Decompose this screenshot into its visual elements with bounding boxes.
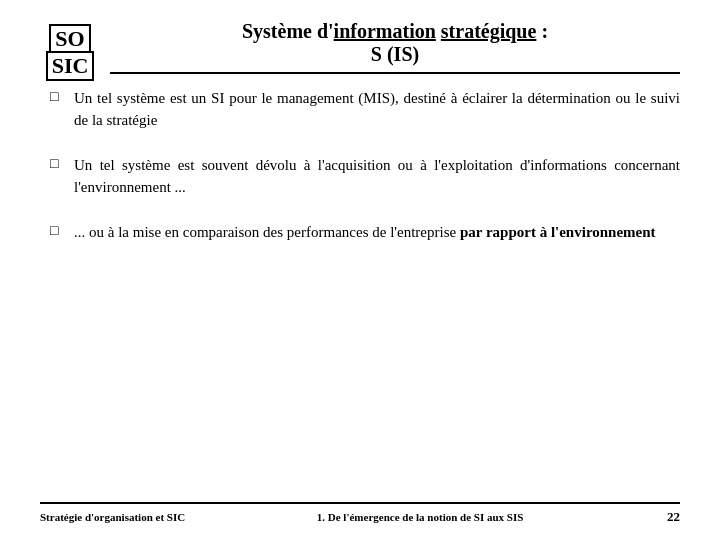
logo-sic: SIC <box>46 51 95 80</box>
bullet-marker-1: □ <box>50 89 64 105</box>
slide-content: □ Un tel système est un SI pour le manag… <box>40 87 680 502</box>
title-line1: Système d'information stratégique : <box>110 20 680 43</box>
bullet-item-2: □ Un tel système est souvent dévolu à l'… <box>50 154 680 199</box>
bullet-marker-2: □ <box>50 156 64 172</box>
slide-footer: Stratégie d'organisation et SIC 1. De l'… <box>40 502 680 525</box>
bullet-text-3: ... ou à la mise en comparaison des perf… <box>74 221 680 244</box>
slide-title: Système d'information stratégique : S (I… <box>110 20 680 74</box>
logo-so: SO <box>49 24 90 51</box>
footer-left: Stratégie d'organisation et SIC <box>40 511 185 523</box>
bullet-marker-3: □ <box>50 223 64 239</box>
footer-page: 22 <box>655 509 680 525</box>
slide-header: SO SIC Système d'information stratégique… <box>40 20 680 81</box>
bullet-item-3: □ ... ou à la mise en comparaison des pe… <box>50 221 680 244</box>
bullet-text-1: Un tel système est un SI pour le managem… <box>74 87 680 132</box>
title-line2: S (IS) <box>110 43 680 66</box>
bullet-item-1: □ Un tel système est un SI pour le manag… <box>50 87 680 132</box>
logo-block: SO SIC <box>40 24 100 81</box>
slide-page: SO SIC Système d'information stratégique… <box>0 0 720 540</box>
footer-center: 1. De l'émergence de la notion de SI aux… <box>195 511 645 523</box>
bullet-text-2: Un tel système est souvent dévolu à l'ac… <box>74 154 680 199</box>
